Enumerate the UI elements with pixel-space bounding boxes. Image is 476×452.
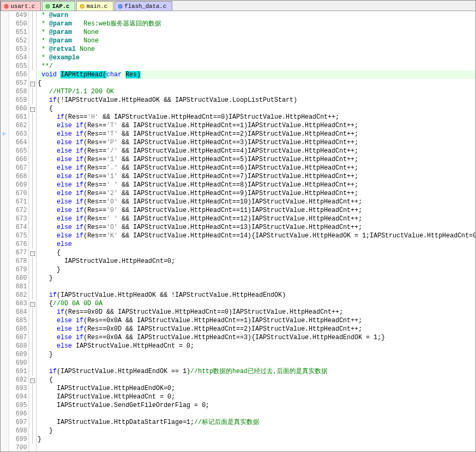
fold-toggle-icon[interactable]: − (30, 302, 35, 307)
tab-bar: usart.cIAP.cmain.cflash_data.c (1, 1, 475, 11)
fold-guide (32, 28, 33, 37)
code-line[interactable]: else if(Res=='1' && IAPStructValue.HttpH… (38, 155, 475, 164)
code-line[interactable]: else if(Res=='O' && IAPStructValue.HttpH… (38, 223, 475, 232)
tab-IAP-c[interactable]: IAP.c (42, 1, 75, 11)
line-number: 652 (11, 37, 27, 45)
fold-guide (32, 215, 33, 223)
code-line[interactable]: else if(Res=='0' && IAPStructValue.HttpH… (38, 198, 475, 206)
fold-guide (32, 384, 33, 393)
code-line[interactable]: else if(Res==0x0D && IAPStructValue.Http… (38, 325, 475, 333)
line-number: 695 (11, 401, 27, 410)
code-line[interactable]: * @param Res:web服务器返回的数据 (38, 20, 475, 28)
code-line[interactable]: else (38, 240, 475, 249)
code-line[interactable]: else if(Res=='.' && IAPStructValue.HttpH… (38, 164, 475, 172)
code-line[interactable]: else if(Res=='T' && IAPStructValue.HttpH… (38, 130, 475, 138)
code-line[interactable]: else if(Res==0x0A && IAPStructValue.Http… (38, 316, 475, 325)
code-line[interactable]: * @retval None (38, 45, 475, 54)
code-line[interactable]: else if(Res=='K' && IAPStructValue.HttpH… (38, 232, 475, 240)
breakpoint-arrow-icon[interactable]: ▷ (1, 130, 8, 138)
code-line[interactable]: {//0D 0A 0D 0A (38, 299, 475, 308)
line-number: 650 (11, 20, 27, 28)
tab-flash_data-c[interactable]: flash_data.c (114, 1, 172, 11)
code-line[interactable] (38, 282, 475, 291)
code-line[interactable]: else if(Res=='0' && IAPStructValue.HttpH… (38, 206, 475, 215)
line-number: 679 (11, 265, 27, 274)
tab-label: IAP.c (52, 3, 69, 10)
line-number: 681 (11, 282, 27, 291)
code-line[interactable]: IAPStructValue.HttpHeadCnt = 0; (38, 393, 475, 401)
code-line[interactable]: * @param None (38, 28, 475, 37)
code-line[interactable]: else if(Res==' ' && IAPStructValue.HttpH… (38, 215, 475, 223)
code-line[interactable]: } (38, 265, 475, 274)
fold-guide (32, 189, 33, 198)
code-line[interactable]: else IAPStructValue.HttpHeadCnt = 0; (38, 342, 475, 350)
code-line[interactable]: if(Res==0x0D && IAPStructValue.HttpHeadC… (38, 308, 475, 316)
fold-toggle-icon[interactable]: − (30, 251, 35, 256)
fold-toggle-icon[interactable]: − (30, 82, 35, 86)
code-line[interactable]: } (38, 274, 475, 282)
code-line[interactable]: { (38, 79, 475, 87)
code-area[interactable]: * @warn * @param Res:web服务器返回的数据 * @para… (37, 11, 475, 451)
code-line[interactable]: void IAPHttpHead(char Res) (38, 70, 475, 79)
code-line[interactable]: else if(Res=='T' && IAPStructValue.HttpH… (38, 121, 475, 130)
fold-guide (32, 418, 33, 427)
code-line[interactable]: } (38, 427, 475, 435)
code-line[interactable]: } (38, 350, 475, 359)
line-number: 698 (11, 427, 27, 435)
fold-guide (32, 54, 33, 62)
fold-guide (32, 350, 33, 359)
fold-guide (32, 333, 33, 342)
fold-guide (32, 11, 33, 20)
line-number: 649 (11, 11, 27, 20)
code-line[interactable]: * @example (38, 54, 475, 62)
code-line[interactable]: if(!IAPStructValue.HttpHeadOK && IAPStru… (38, 96, 475, 104)
code-line[interactable]: } (38, 435, 475, 444)
line-number: 682 (11, 291, 27, 299)
code-line[interactable]: * @warn (38, 11, 475, 20)
code-line[interactable]: IAPStructValue.HttpHeadEndOK=0; (38, 384, 475, 393)
code-line[interactable]: else if(Res=='P' && IAPStructValue.HttpH… (38, 138, 475, 147)
code-editor[interactable]: ▷ 64965065165265365465565665765865966066… (1, 11, 475, 451)
fold-toggle-icon[interactable]: − (30, 107, 35, 112)
code-line[interactable]: if(IAPStructValue.HttpHeadOK && !IAPStru… (38, 291, 475, 299)
code-line[interactable]: else if(Res=='2' && IAPStructValue.HttpH… (38, 189, 475, 198)
tab-usart-c[interactable]: usart.c (1, 1, 41, 11)
line-number: 658 (11, 87, 27, 96)
line-number: 663 (11, 130, 27, 138)
code-line[interactable]: **/ (38, 62, 475, 70)
line-number: 689 (11, 350, 27, 359)
code-line[interactable]: * @param None (38, 37, 475, 45)
code-line[interactable]: if(IAPStructValue.HttpHeadEndOK == 1)//h… (38, 367, 475, 376)
line-number: 668 (11, 172, 27, 181)
fold-guide (32, 325, 33, 333)
fold-guide (32, 121, 33, 130)
code-line[interactable] (38, 444, 475, 451)
fold-toggle-icon[interactable]: − (30, 378, 35, 383)
code-line[interactable]: else if(Res=='/' && IAPStructValue.HttpH… (38, 147, 475, 155)
code-line[interactable]: { (38, 104, 475, 113)
code-line[interactable]: else if(Res==' ' && IAPStructValue.HttpH… (38, 181, 475, 189)
line-number: 690 (11, 359, 27, 367)
line-number: 671 (11, 198, 27, 206)
line-number: 677 (11, 249, 27, 257)
code-line[interactable]: //HTTP/1.1 200 OK (38, 87, 475, 96)
line-number: 673 (11, 215, 27, 223)
code-line[interactable] (38, 359, 475, 367)
line-number: 651 (11, 28, 27, 37)
code-line[interactable]: IAPStructValue.SendGetFileOrderFlag = 0; (38, 401, 475, 410)
code-line[interactable]: { (38, 249, 475, 257)
code-line[interactable]: if(Res=='H' && IAPStructValue.HttpHeadCn… (38, 113, 475, 121)
fold-guide (32, 206, 33, 215)
fold-guide (32, 232, 33, 240)
tab-main-c[interactable]: main.c (76, 1, 113, 11)
line-number: 696 (11, 410, 27, 418)
line-number: 659 (11, 96, 27, 104)
code-line[interactable]: else if(Res==0x0A && IAPStructValue.Http… (38, 333, 475, 342)
line-number: 656 (11, 70, 27, 79)
line-number: 665 (11, 147, 27, 155)
code-line[interactable]: else if(Res=='1' && IAPStructValue.HttpH… (38, 172, 475, 181)
code-line[interactable]: { (38, 376, 475, 384)
code-line[interactable] (38, 410, 475, 418)
code-line[interactable]: IAPStructValue.HttpDataStartFlage=1;//标记… (38, 418, 475, 427)
code-line[interactable]: IAPStructValue.HttpHeadCnt=0; (38, 257, 475, 265)
